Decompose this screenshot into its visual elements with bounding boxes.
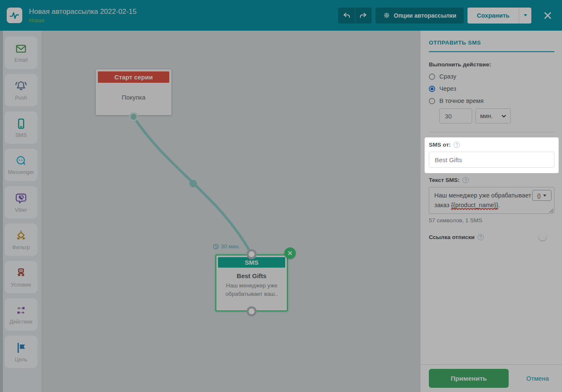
automation-editor-window: Новая авторассылка 2022-02-15 Новая [0,0,562,392]
help-icon[interactable]: ? [454,142,460,148]
filter-diamond-icon [14,229,28,242]
sms-node-selected[interactable]: SMS Best Gifts Наш менеджер уже обрабаты… [215,255,288,311]
palette-item-filter[interactable]: Фильтр [5,224,37,256]
unsubscribe-toggle[interactable] [539,234,554,240]
braces-icon: {} [537,192,541,199]
radio-label: Сразу [439,73,456,80]
action-arrows-icon [14,304,28,317]
top-bar: Новая авторассылка 2022-02-15 Новая [0,0,562,31]
sms-from-highlighted-section: SMS от: ? [425,137,559,173]
toggle-knob [538,233,546,241]
start-node-trigger: Покупка [96,94,171,101]
palette-item-condition[interactable]: Условие [5,261,37,293]
palette-item-action[interactable]: Действие [5,298,37,331]
start-node-header: Старт серии [98,71,169,83]
sms-from-label-row: SMS от: ? [429,142,554,148]
delete-x-icon [288,251,292,255]
sms-node-output-connector[interactable] [247,306,257,316]
autoflow-options-label: Опции авторассылки [394,12,457,19]
palette-item-email[interactable]: Email [5,37,37,69]
sms-text-label-row: Текст SMS: ? [429,177,554,183]
panel-title: ОТПРАВИТЬ SMS [429,39,554,46]
radio-circle[interactable] [429,98,435,104]
palette-item-label: Email [14,57,27,63]
app-logo [7,8,22,23]
palette-item-push[interactable]: Push [5,74,37,106]
status-badge: Новая [29,18,137,24]
unsubscribe-link-row: Ссылка отписки ? [429,234,554,240]
connection-delay-text: 30 мин. [221,243,240,250]
redo-button[interactable] [355,8,372,24]
radio-label: Через [439,85,456,92]
palette-item-label: Действие [10,319,33,325]
sms-from-input[interactable] [429,152,554,168]
sidebar-scrollbar[interactable] [0,31,3,392]
pulse-icon [9,10,20,21]
sms-text-label: Текст SMS: [429,177,460,183]
radio-label: В точное время [439,97,483,104]
sms-phone-icon [15,117,27,130]
sms-settings-panel: ОТПРАВИТЬ SMS Выполнить действие: Сразу … [420,31,562,392]
delete-node-button[interactable] [284,247,296,259]
palette-item-goal[interactable]: Цель [5,336,37,368]
sms-from-label: SMS от: [429,142,451,148]
palette-item-viber[interactable]: Viber [5,186,37,218]
radio-option-immediately[interactable]: Сразу [429,73,554,80]
delay-unit-select[interactable]: мин. [475,108,511,124]
sms-node-input-connector[interactable] [247,249,257,259]
unsubscribe-label: Ссылка отписки [429,234,475,240]
palette-item-sms[interactable]: SMS [5,111,37,144]
block-palette-sidebar: Email Push SMS Me [0,31,42,392]
help-icon[interactable]: ? [478,234,484,240]
radio-circle[interactable] [429,74,435,80]
sms-text-variable: {{product_name}} [451,202,498,209]
delay-inputs-row: мин. [439,108,554,124]
messenger-bubble-icon [14,155,28,167]
page-title: Новая авторассылка 2022-02-15 [29,8,137,16]
redo-icon [359,11,368,19]
radio-option-after-delay[interactable]: Через [429,85,554,92]
save-split-button: Сохранить [467,8,531,24]
undo-button[interactable] [338,8,355,24]
cancel-link[interactable]: Отмена [526,375,549,382]
radio-option-exact-time[interactable]: В точное время [429,97,554,104]
connection-midpoint-dot [189,180,197,187]
palette-item-label: Viber [15,207,27,213]
close-icon [543,11,552,20]
header-actions: Опции авторассылки Сохранить [338,8,556,24]
delay-value-input[interactable] [439,108,472,124]
radio-circle[interactable] [429,86,435,92]
delay-unit-value: мин. [480,113,493,119]
condition-branch-icon [14,266,28,280]
sms-text-textarea[interactable]: Наш менеджер уже обрабатывает ваш заказ … [429,187,554,214]
apply-button[interactable]: Применить [429,369,509,388]
panel-title-underline [429,51,554,52]
chevron-down-icon [524,14,527,16]
palette-item-messenger[interactable]: Messenger [5,149,37,181]
panel-footer: Применить Отмена [420,364,562,392]
start-node-output-connector[interactable] [129,112,138,121]
save-button[interactable]: Сохранить [467,8,519,24]
autoflow-options-button[interactable]: Опции авторассылки [376,8,464,24]
start-series-node[interactable]: Старт серии Покупка [96,69,171,115]
textarea-resize-handle[interactable] [549,208,553,213]
chevron-down-icon [543,195,546,197]
palette-item-label: Push [15,95,27,101]
help-icon[interactable]: ? [462,177,469,183]
undo-redo-group [338,8,372,24]
chevron-down-icon [502,115,506,118]
connection-delay-label: 30 мин. [213,243,240,250]
goal-flag-icon [14,341,28,355]
palette-item-label: Messenger [8,169,34,175]
sms-node-title: Best Gifts [216,272,287,279]
insert-variable-button[interactable]: {} [532,190,551,201]
flow-canvas[interactable]: Старт серии Покупка 30 мин. SMS Best Gif… [42,31,420,392]
palette-item-label: Цель [15,357,27,363]
undo-icon [342,11,351,19]
sms-node-preview: Наш менеджер уже обрабатывает ваш.. [216,282,287,298]
sms-text-after: . [498,202,500,208]
workflow-titles: Новая авторассылка 2022-02-15 Новая [29,8,137,24]
push-bell-icon [14,79,28,93]
save-dropdown-button[interactable] [519,8,531,24]
close-editor-button[interactable] [540,11,555,20]
